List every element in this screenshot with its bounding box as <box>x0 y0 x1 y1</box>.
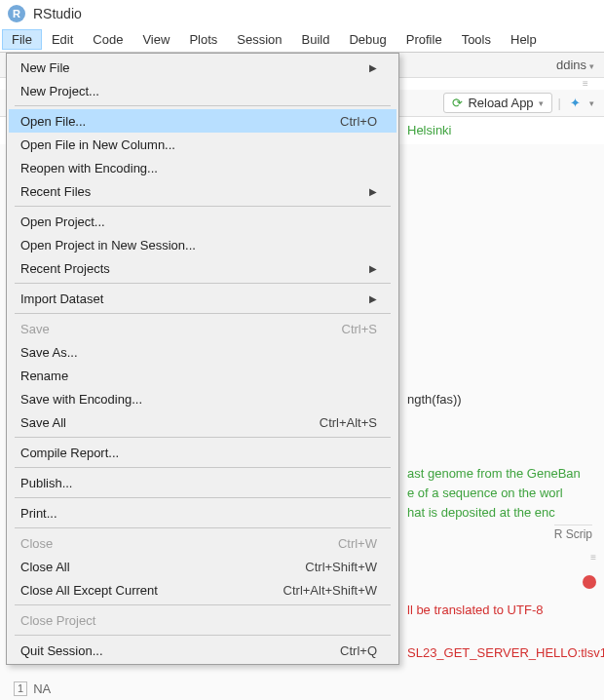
code-fragment: ngth(fas)) <box>407 390 600 409</box>
tool-icon[interactable]: ✦ <box>567 96 584 110</box>
menu-separator <box>15 313 391 314</box>
menuitem-shortcut: Ctrl+Shift+W <box>305 560 377 574</box>
menuitem-compile-report[interactable]: Compile Report... <box>9 441 396 464</box>
menuitem-shortcut: Ctrl+Alt+Shift+W <box>283 583 377 598</box>
menuitem-label: Open File... <box>20 114 311 129</box>
menuitem-label: Recent Projects <box>20 261 369 276</box>
submenu-arrow-icon: ▶ <box>369 293 377 304</box>
menu-separator <box>15 206 391 207</box>
menuitem-label: New File <box>20 60 369 75</box>
menuitem-close: CloseCtrl+W <box>9 531 396 555</box>
menuitem-label: Import Dataset <box>20 292 369 306</box>
menu-profile[interactable]: Profile <box>396 29 452 50</box>
menuitem-close-all-except-current[interactable]: Close All Except CurrentCtrl+Alt+Shift+W <box>9 578 396 602</box>
menuitem-label: Recent Files <box>20 184 369 199</box>
menuitem-open-file[interactable]: Open File...Ctrl+O <box>9 109 396 133</box>
code-comment: e of a sequence on the worl <box>407 484 600 503</box>
app-icon: R <box>8 5 25 22</box>
menuitem-label: Save As... <box>20 345 377 360</box>
menu-separator <box>15 497 391 498</box>
chevron-down-icon[interactable]: ▾ <box>589 98 594 108</box>
menu-separator <box>15 635 391 636</box>
console-error: SL23_GET_SERVER_HELLO:tlsv1 <box>407 642 600 665</box>
submenu-arrow-icon: ▶ <box>369 186 377 197</box>
menuitem-shortcut: Ctrl+S <box>342 322 377 336</box>
file-menu-dropdown: New File▶New Project...Open File...Ctrl+… <box>6 53 399 665</box>
menuitem-shortcut: Ctrl+O <box>340 114 377 129</box>
menuitem-label: Close All Except Current <box>20 583 254 598</box>
reload-icon: ⟳ <box>452 96 463 110</box>
menuitem-close-project: Close Project <box>9 608 396 632</box>
menuitem-label: Close All <box>20 560 276 574</box>
submenu-arrow-icon: ▶ <box>369 62 377 73</box>
menu-bar: FileEditCodeViewPlotsSessionBuildDebugPr… <box>0 27 604 53</box>
menuitem-close-all[interactable]: Close AllCtrl+Shift+W <box>9 555 396 578</box>
menu-separator <box>15 105 391 106</box>
menuitem-reopen-with-encoding[interactable]: Reopen with Encoding... <box>9 156 396 179</box>
menu-session[interactable]: Session <box>227 29 291 50</box>
menuitem-new-file[interactable]: New File▶ <box>9 56 396 79</box>
chevron-down-icon: ▾ <box>539 98 544 108</box>
menuitem-label: Open Project... <box>20 214 377 229</box>
stop-icon[interactable] <box>583 575 596 589</box>
menuitem-label: Close <box>20 536 309 551</box>
menu-separator <box>15 467 391 468</box>
menuitem-label: Save <box>20 322 313 336</box>
menuitem-label: Publish... <box>20 476 377 490</box>
menu-help[interactable]: Help <box>501 29 547 50</box>
code-comment: ast genome from the GeneBan <box>407 464 600 484</box>
menuitem-rename[interactable]: Rename <box>9 364 396 387</box>
menuitem-label: Reopen with Encoding... <box>20 161 377 175</box>
title-bar: R RStudio <box>0 0 604 27</box>
menuitem-label: Quit Session... <box>20 643 311 658</box>
menu-debug[interactable]: Debug <box>339 29 396 50</box>
menuitem-publish[interactable]: Publish... <box>9 471 396 494</box>
menuitem-new-project[interactable]: New Project... <box>9 79 396 102</box>
menuitem-shortcut: Ctrl+W <box>338 536 377 551</box>
menu-plots[interactable]: Plots <box>179 29 227 50</box>
code-lower: ngth(fas)) ast genome from the GeneBan e… <box>407 390 600 523</box>
menuitem-quit-session[interactable]: Quit Session...Ctrl+Q <box>9 639 396 662</box>
menuitem-print[interactable]: Print... <box>9 501 396 525</box>
code-comment: Helsinki <box>407 121 596 140</box>
addins-button[interactable]: ddins <box>556 58 594 72</box>
pane-grip-icon[interactable]: ≡ <box>590 552 596 563</box>
menuitem-label: Rename <box>20 369 377 383</box>
menuitem-recent-projects[interactable]: Recent Projects▶ <box>9 256 396 280</box>
menuitem-save-all[interactable]: Save AllCtrl+Alt+S <box>9 410 396 434</box>
reload-app-button[interactable]: ⟳ Reload App ▾ <box>443 93 551 113</box>
menuitem-label: New Project... <box>20 84 377 98</box>
menuitem-shortcut: Ctrl+Alt+S <box>320 415 377 430</box>
app-title: RStudio <box>33 6 82 21</box>
menuitem-label: Close Project <box>20 613 377 628</box>
menu-separator <box>15 527 391 528</box>
menu-build[interactable]: Build <box>292 29 340 50</box>
menuitem-label: Save with Encoding... <box>20 392 377 407</box>
status-value: NA <box>33 681 51 696</box>
pane-grip-icon[interactable]: ≡ <box>583 78 598 84</box>
menuitem-import-dataset[interactable]: Import Dataset▶ <box>9 287 396 310</box>
menu-view[interactable]: View <box>132 29 179 50</box>
pane-separator: | <box>558 96 561 110</box>
menuitem-open-project-in-new-session[interactable]: Open Project in New Session... <box>9 233 396 256</box>
reload-label: Reload App <box>468 96 533 110</box>
menuitem-save-with-encoding[interactable]: Save with Encoding... <box>9 387 396 410</box>
menuitem-label: Open File in New Column... <box>20 137 377 152</box>
menu-separator <box>15 283 391 284</box>
tab-rscript[interactable]: R Scrip <box>554 525 592 541</box>
code-comment: hat is deposited at the enc <box>407 503 600 523</box>
menu-edit[interactable]: Edit <box>42 29 83 50</box>
menuitem-open-project[interactable]: Open Project... <box>9 210 396 233</box>
menu-file[interactable]: File <box>2 29 42 50</box>
submenu-arrow-icon: ▶ <box>369 263 377 274</box>
menu-tools[interactable]: Tools <box>452 29 501 50</box>
menuitem-save-as[interactable]: Save As... <box>9 340 396 364</box>
menuitem-save: SaveCtrl+S <box>9 317 396 340</box>
menuitem-label: Save All <box>20 415 290 430</box>
menu-separator <box>15 604 391 605</box>
menu-code[interactable]: Code <box>83 29 132 50</box>
menuitem-open-file-in-new-column[interactable]: Open File in New Column... <box>9 133 396 156</box>
menuitem-label: Open Project in New Session... <box>20 238 377 253</box>
status-row: 1 NA <box>14 681 51 696</box>
menuitem-recent-files[interactable]: Recent Files▶ <box>9 179 396 203</box>
